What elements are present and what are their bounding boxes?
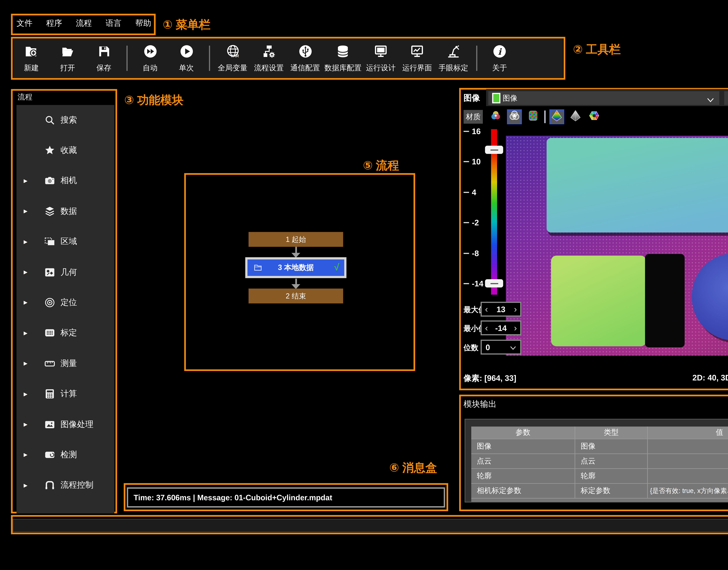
material-button-color-wheel[interactable] bbox=[587, 109, 601, 124]
sidebar-item-image-process[interactable]: ▶图像处理 bbox=[16, 416, 114, 433]
toolbar-button-save[interactable]: 保存 bbox=[86, 40, 122, 76]
gray-venn-icon bbox=[508, 109, 521, 124]
toolbar-button-db-config[interactable]: 数据库配置 bbox=[323, 40, 363, 76]
flow-node-start[interactable]: 1 起始 bbox=[249, 232, 343, 247]
image-panel-title: 图像 bbox=[464, 93, 480, 103]
toolbar-button-global-var[interactable]: VAR全局变量 bbox=[215, 40, 251, 76]
favorite-icon bbox=[44, 145, 55, 156]
table-row[interactable]: 轮廓轮廓 bbox=[471, 468, 728, 483]
colorbar-max-handle[interactable] bbox=[485, 146, 503, 154]
toolbar-button-single-run[interactable]: 单次 bbox=[168, 40, 205, 76]
bits-dropdown[interactable]: 0 bbox=[481, 340, 521, 354]
material-button-rainbow-pyramid[interactable] bbox=[549, 109, 564, 124]
table-row[interactable]: 图像图像√ bbox=[471, 439, 728, 454]
toolbar-button-label: 数据库配置 bbox=[324, 63, 361, 73]
rainbow-pyramid-icon bbox=[550, 109, 563, 124]
sidebar-item-calibrate[interactable]: ▶标定 bbox=[16, 325, 114, 341]
data-layers-icon bbox=[44, 206, 55, 217]
annotation-toolbar: ② 工具栏 bbox=[573, 42, 621, 57]
expand-arrow-icon[interactable]: ▶ bbox=[24, 178, 27, 184]
colorbar-tick: 4 bbox=[464, 188, 476, 197]
auto-run-icon bbox=[143, 44, 158, 61]
annotation-message-box: ⑥ 消息盒 bbox=[389, 460, 437, 476]
table-header-row: 参数类型值启用 bbox=[471, 426, 728, 439]
material-button-gray-pyramid[interactable] bbox=[568, 109, 583, 124]
colorbar-min-handle[interactable] bbox=[485, 279, 503, 288]
sidebar-item-label: 收藏 bbox=[60, 145, 77, 156]
toolbar-button-run-design[interactable]: 运行设计 bbox=[363, 40, 399, 76]
min-value-spinner[interactable]: ‹ -14 › bbox=[481, 320, 521, 335]
app-window: 文件程序流程语言帮助 ① 菜单栏 新建打开保存自动单次VAR全局变量流程设置通信… bbox=[0, 0, 728, 570]
toolbar-button-label: 通信配置 bbox=[290, 63, 320, 73]
sidebar-item-data-layers[interactable]: ▶数据 bbox=[16, 203, 114, 219]
spinner-left-icon[interactable]: ‹ bbox=[485, 323, 488, 332]
toolbar-button-label: 手眼标定 bbox=[439, 63, 468, 73]
expand-arrow-icon[interactable]: ▶ bbox=[24, 330, 27, 336]
bits-label: 位数 bbox=[464, 343, 478, 353]
table-cell-value bbox=[647, 469, 728, 483]
expand-arrow-icon[interactable]: ▶ bbox=[24, 209, 27, 214]
save-image-button[interactable]: 保存 bbox=[724, 91, 728, 105]
sidebar-item-detect[interactable]: ▶检测 bbox=[16, 447, 114, 463]
material-button-bayer-grid[interactable] bbox=[526, 109, 541, 124]
green-cuboid-object bbox=[551, 256, 646, 346]
toolbar-button-flow-settings[interactable]: 流程设置 bbox=[251, 40, 287, 76]
sidebar-item-locate[interactable]: ▶定位 bbox=[16, 294, 114, 311]
toolbar-button-hand-eye[interactable]: 手眼标定 bbox=[435, 40, 471, 76]
expand-arrow-icon[interactable]: ▶ bbox=[24, 300, 27, 305]
sidebar-item-label: 相机 bbox=[60, 176, 77, 186]
sidebar-item-flow-control[interactable]: ▶流程控制 bbox=[16, 477, 114, 494]
sidebar-item-calculate[interactable]: ▶计算 bbox=[16, 386, 114, 402]
camera-icon bbox=[44, 175, 55, 187]
toolbar: 新建打开保存自动单次VAR全局变量流程设置通信配置数据库配置运行设计运行界面手眼… bbox=[13, 38, 563, 78]
sidebar-item-region[interactable]: ▶区域 bbox=[16, 233, 114, 250]
spinner-left-icon[interactable]: ‹ bbox=[485, 305, 488, 313]
sidebar-item-favorite[interactable]: 收藏 bbox=[16, 142, 114, 159]
db-config-icon bbox=[335, 44, 350, 61]
toolbar-button-open-file[interactable]: 打开 bbox=[49, 40, 86, 76]
expand-arrow-icon[interactable]: ▶ bbox=[24, 391, 27, 396]
open-file-icon bbox=[60, 44, 75, 61]
toolbar-button-comm-config[interactable]: 通信配置 bbox=[287, 40, 323, 76]
expand-arrow-icon[interactable]: ▶ bbox=[24, 269, 27, 275]
toolbar-button-new-file[interactable]: 新建 bbox=[13, 40, 49, 76]
toolbar-button-label: 新建 bbox=[24, 63, 39, 73]
message-text: Time: 37.606ms | Message: 01-Cuboid+Cyli… bbox=[128, 493, 332, 502]
spinner-right-icon[interactable]: › bbox=[514, 323, 517, 332]
menu-item-5[interactable]: 帮助 bbox=[135, 18, 151, 29]
sidebar-item-geometry[interactable]: ▶几何 bbox=[16, 264, 114, 280]
sidebar-item-camera[interactable]: ▶相机 bbox=[16, 173, 114, 189]
max-value-spinner[interactable]: ‹ 13 › bbox=[481, 302, 521, 317]
menu-item-2[interactable]: 程序 bbox=[46, 18, 62, 29]
sidebar-item-search[interactable]: 搜索 bbox=[16, 111, 114, 128]
toolbar-button-auto-run[interactable]: 自动 bbox=[132, 40, 168, 76]
table-row[interactable]: 相机标定参数标定参数{是否有效: true, x方向像素单位的焦距: 6091.… bbox=[471, 483, 728, 498]
flow-node-end[interactable]: 2 结束 bbox=[249, 289, 343, 303]
menu-item-4[interactable]: 语言 bbox=[105, 18, 122, 29]
flow-control-icon bbox=[44, 480, 55, 491]
expand-arrow-icon[interactable]: ▶ bbox=[24, 452, 27, 458]
table-cell-value bbox=[647, 439, 728, 454]
spinner-right-icon[interactable]: › bbox=[514, 305, 517, 313]
menu-item-3[interactable]: 流程 bbox=[76, 18, 92, 29]
toolbar-button-run-ui[interactable]: 运行界面 bbox=[399, 40, 435, 76]
toolbar-button-about[interactable]: i关于 bbox=[482, 40, 518, 76]
sidebar-item-measure[interactable]: ▶测量 bbox=[16, 355, 114, 372]
material-button-gray-venn[interactable] bbox=[507, 109, 522, 124]
expand-arrow-icon[interactable]: ▶ bbox=[24, 239, 27, 244]
expand-arrow-icon[interactable]: ▶ bbox=[24, 421, 27, 427]
colorbar-tick: -2 bbox=[464, 218, 479, 227]
flow-node-local-data-frame[interactable]: 3 本地数据 √ bbox=[245, 257, 346, 278]
expand-arrow-icon[interactable]: ▶ bbox=[24, 361, 27, 366]
value-info: 2D: 40, 3D: (-0.2114, 23.5471, -12.0771) bbox=[693, 373, 728, 382]
image-source-select[interactable]: 图像 bbox=[488, 91, 719, 105]
image-viewport[interactable] bbox=[506, 136, 728, 356]
expand-arrow-icon[interactable]: ▶ bbox=[24, 483, 27, 488]
menu-item-1[interactable]: 文件 bbox=[16, 18, 32, 29]
material-button-rgb-venn[interactable] bbox=[488, 109, 503, 124]
toolbar-separator bbox=[127, 46, 128, 71]
rgb-venn-icon bbox=[489, 109, 502, 124]
flow-node-local-data[interactable]: 3 本地数据 √ bbox=[248, 259, 344, 276]
message-box: Time: 37.606ms | Message: 01-Cuboid+Cyli… bbox=[127, 488, 445, 507]
table-row[interactable]: 点云点云 bbox=[471, 454, 728, 468]
